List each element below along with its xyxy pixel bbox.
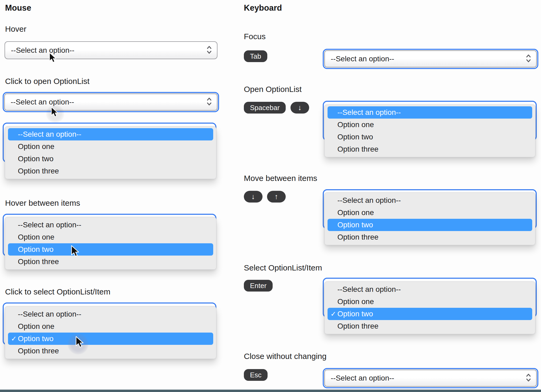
optionlist-item[interactable]: Option three (5, 345, 216, 357)
key-esc: Esc (244, 369, 268, 381)
optionlist-item-selected[interactable]: --Select an option-- (328, 106, 532, 119)
optionlist-panel: --Select an option-- Option one Option t… (324, 192, 535, 245)
optionlist-item[interactable]: Option three (5, 165, 216, 177)
section-label-move: Move between items (244, 174, 317, 183)
key-tab: Tab (244, 50, 267, 62)
optionlist-item[interactable]: Option one (325, 119, 535, 131)
optionlist-item[interactable]: Option one (325, 296, 535, 308)
chevron-updown-icon (206, 97, 212, 107)
optionlist-item[interactable]: Option one (5, 140, 216, 153)
optionlist-panel: --Select an option-- Option one Option t… (5, 217, 216, 270)
key-enter: Enter (244, 280, 273, 292)
optionlist-click-select: --Select an option-- Option one ✓ Option… (3, 302, 218, 360)
optionlist-item[interactable]: Option three (5, 256, 216, 268)
mouse-cursor-icon (75, 336, 85, 349)
mouse-column-title: Mouse (5, 3, 31, 13)
optionlist-item[interactable]: Option one (325, 207, 535, 219)
select-close-focused[interactable]: --Select an option-- (323, 368, 538, 388)
checkmark-icon: ✓ (11, 333, 17, 345)
key-spacebar: Spacebar (244, 102, 286, 114)
optionlist-item[interactable]: Option two (5, 153, 216, 165)
select-value: --Select an option-- (5, 98, 74, 106)
section-label-click-open: Click to open OptionList (5, 77, 90, 86)
optionlist-item[interactable]: Option one (5, 231, 216, 243)
section-label-close: Close without changing (244, 352, 326, 361)
mouse-cursor-icon (49, 52, 58, 64)
select-click-open-focused[interactable]: --Select an option-- (3, 92, 219, 112)
optionlist-item[interactable]: Option three (325, 231, 535, 243)
select-focus-focused[interactable]: --Select an option-- (323, 49, 538, 69)
section-label-click-select: Click to select OptionList/Item (5, 287, 110, 296)
select-value: --Select an option-- (325, 55, 394, 63)
section-label-focus: Focus (244, 32, 266, 41)
checkmark-icon: ✓ (330, 308, 336, 320)
optionlist-select: --Select an option-- Option one ✓ Option… (323, 278, 537, 336)
optionlist-item[interactable]: --Select an option-- (325, 283, 535, 296)
optionlist-panel: --Select an option-- Option one Option t… (324, 104, 535, 157)
bottom-divider (0, 390, 541, 392)
optionlist-item-selected[interactable]: ✓ Option two (328, 308, 532, 320)
chevron-updown-icon (206, 45, 212, 55)
section-label-select: Select OptionList/Item (244, 263, 322, 272)
key-arrow-down: ↓ (290, 102, 309, 114)
select-hover[interactable]: --Select an option-- (5, 41, 217, 59)
section-label-hover-items: Hover between items (5, 199, 80, 208)
optionlist-hover-items: --Select an option-- Option one Option t… (3, 214, 218, 271)
optionlist-item-selected[interactable]: --Select an option-- (8, 128, 213, 140)
optionlist-click-open: --Select an option-- Option one Option t… (3, 123, 218, 182)
optionlist-panel: --Select an option-- Option one ✓ Option… (324, 281, 535, 334)
optionlist-item[interactable]: --Select an option-- (5, 308, 216, 320)
select-value: --Select an option-- (325, 374, 394, 382)
optionlist-open: --Select an option-- Option one Option t… (323, 101, 537, 160)
optionlist-item-active[interactable]: Option two (328, 219, 532, 231)
chevron-updown-icon (526, 54, 531, 64)
optionlist-panel: --Select an option-- Option one Option t… (5, 126, 216, 179)
optionlist-item[interactable]: Option three (325, 320, 535, 332)
mouse-cursor-icon (51, 107, 60, 118)
key-arrow-up: ↑ (267, 191, 286, 203)
section-label-open: Open OptionList (244, 85, 302, 94)
select-value: --Select an option-- (5, 46, 74, 55)
optionlist-item[interactable]: Option two (325, 131, 535, 143)
optionlist-item-hovered[interactable]: Option two (8, 243, 213, 256)
chevron-updown-icon (526, 373, 531, 383)
key-arrow-down: ↓ (244, 191, 263, 203)
optionlist-item-selected[interactable]: ✓ Option two (8, 333, 213, 345)
optionlist-panel: --Select an option-- Option one ✓ Option… (5, 306, 216, 359)
optionlist-item[interactable]: Option three (325, 143, 535, 155)
optionlist-item[interactable]: --Select an option-- (325, 194, 535, 207)
section-label-hover: Hover (5, 25, 26, 34)
optionlist-item[interactable]: Option one (5, 320, 216, 333)
mouse-cursor-icon (71, 245, 81, 258)
optionlist-item[interactable]: --Select an option-- (5, 219, 216, 231)
optionlist-move: --Select an option-- Option one Option t… (323, 189, 537, 247)
keyboard-column-title: Keyboard (244, 3, 282, 13)
